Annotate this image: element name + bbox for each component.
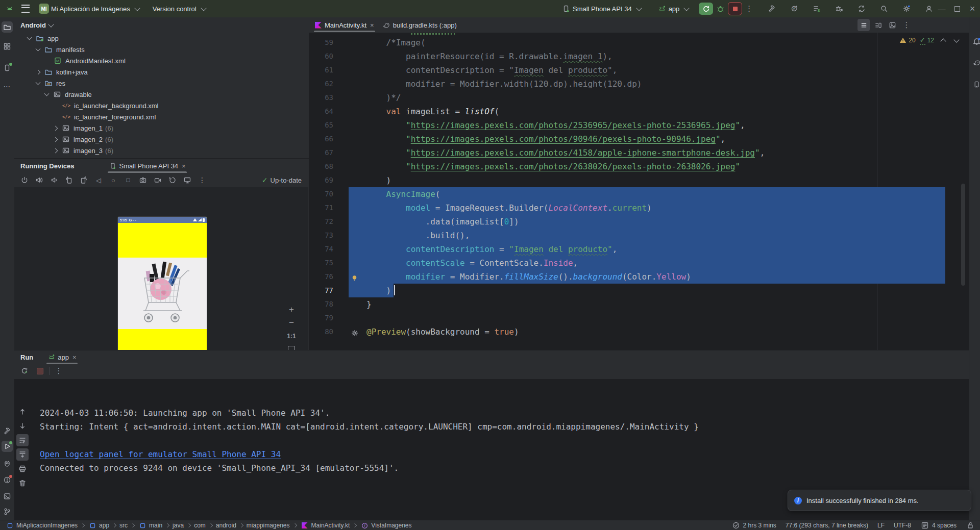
emulator-home-button[interactable]: ○ <box>107 174 119 186</box>
project-selector[interactable]: Mi Aplicación de Imágenes <box>51 5 130 13</box>
breadcrumb-MainActivity.kt[interactable]: MainActivity.kt <box>300 521 350 530</box>
chevron-down-icon[interactable] <box>27 35 32 40</box>
code-line-75[interactable]: 75 contentScale = ContentScale.Inside, <box>309 256 969 270</box>
emulator-overview-button[interactable]: □ <box>122 174 134 186</box>
chevron-right-icon[interactable] <box>53 125 58 131</box>
status-unlock[interactable] <box>966 521 975 530</box>
device-manager-button[interactable] <box>971 79 980 90</box>
run-tab-app[interactable]: app × <box>43 350 80 364</box>
tool-stripe-run-play-button[interactable] <box>2 441 13 452</box>
breadcrumb-main[interactable]: main <box>138 521 162 530</box>
breadcrumb-app[interactable]: app <box>88 521 109 530</box>
project-view-selector[interactable]: Android <box>14 17 309 33</box>
zoom-out-button[interactable]: − <box>289 319 294 326</box>
code-line-72[interactable]: 72 .data(imageList[0]) <box>309 215 969 229</box>
sync-a-button[interactable]: A <box>787 2 802 15</box>
run-config-selector[interactable]: app <box>669 5 680 13</box>
code-line-74[interactable]: 74 contentDescription = "Imagen del prod… <box>309 242 969 256</box>
code-line-78[interactable]: 78} <box>309 297 969 311</box>
code-line-76[interactable]: 76 modifier = Modifier.fillMaxSize().bac… <box>309 270 969 284</box>
code-line-68[interactable]: 68 "https://images.pexels.com/photos/263… <box>309 160 969 173</box>
emulator-power-button[interactable] <box>18 174 31 186</box>
close-icon[interactable]: × <box>182 162 186 170</box>
breadcrumb-android[interactable]: android <box>216 522 236 529</box>
status-2-hrs-3-mins[interactable]: 2 hrs 3 mins <box>731 521 776 530</box>
code-line-63[interactable]: 63 )*/ <box>309 91 969 105</box>
tool-stripe-build-hammer-button[interactable] <box>2 425 13 437</box>
breadcrumb-VistaImagenes[interactable]: fVistaImagenes <box>360 521 411 530</box>
services-list-button[interactable]: $ <box>809 2 824 15</box>
console-trash-button[interactable] <box>16 477 29 489</box>
zoom-in-button[interactable]: + <box>289 306 294 313</box>
code-line-67[interactable]: 67 "https://images.pexels.com/photos/415… <box>309 146 969 160</box>
tree-item-ic_launcher_foreground.xml[interactable]: </>ic_launcher_foreground.xml <box>14 111 309 122</box>
close-button[interactable]: × <box>965 0 980 17</box>
tool-stripe-problems-button[interactable] <box>2 474 13 486</box>
notification-toast[interactable]: i Install successfully finished in 284 m… <box>788 490 971 511</box>
rerun-app-button[interactable] <box>18 365 31 377</box>
profiler-button[interactable] <box>831 2 847 15</box>
code-line-71[interactable]: 71 model = ImageRequest.Builder(LocalCon… <box>309 201 969 215</box>
code-line-64[interactable]: 64 val imageList = listOf( <box>309 105 969 118</box>
code-line-77[interactable]: 77 ) <box>309 284 969 297</box>
breadcrumb-miappimagenes[interactable]: miappimagenes <box>247 522 290 529</box>
split-view-button[interactable] <box>872 19 884 31</box>
tool-stripe-git-branch-button[interactable] <box>2 506 13 517</box>
gradle-tool-button[interactable] <box>971 57 980 68</box>
console-arrow-down-button[interactable] <box>16 420 29 432</box>
tree-item-ic_launcher_background.xml[interactable]: </>ic_launcher_background.xml <box>14 100 309 111</box>
tool-stripe-resource-manager-button[interactable] <box>2 41 13 52</box>
status-77-6-293-chars-7-line-breaks-[interactable]: 77:6 (293 chars, 7 line breaks) <box>786 522 868 529</box>
breadcrumb-MiAplicacionImagenes[interactable]: MiAplicacionImagenes <box>5 521 78 530</box>
chevron-right-icon[interactable] <box>36 69 41 74</box>
sync-share-button[interactable] <box>854 2 869 15</box>
code-editor[interactable]: 20 ✓ 12 59 /*Image(60 painterResource(id… <box>309 33 969 350</box>
debug-button[interactable] <box>713 2 728 15</box>
rerun-button[interactable] <box>699 3 713 15</box>
search-button[interactable] <box>876 2 892 15</box>
console-link[interactable]: Open logcat panel for emulator Small Pho… <box>40 447 281 461</box>
breadcrumb-java[interactable]: java <box>173 522 184 529</box>
code-line-73[interactable]: 73 .build(), <box>309 229 969 242</box>
code-line-79[interactable]: 79 <box>309 311 969 325</box>
tab-mainactivity[interactable]: MainActivity.kt × <box>311 18 378 32</box>
gear-icon[interactable] <box>351 327 359 336</box>
status-lf[interactable]: LF <box>877 522 885 529</box>
tool-stripe-more-horizontal-button[interactable]: ⋯ <box>2 81 13 92</box>
code-line-80[interactable]: 80@Preview(showBackground = true) <box>309 325 969 339</box>
lightbulb-icon[interactable] <box>351 272 359 281</box>
emulator-rotate-right-button[interactable] <box>78 174 90 186</box>
code-line-69[interactable]: 69 ) <box>309 173 969 187</box>
emulator-rotate-left-button[interactable] <box>63 174 75 186</box>
chevron-down-icon[interactable] <box>44 91 50 96</box>
tool-stripe-terminal-button[interactable] <box>2 491 13 502</box>
emulator-volume-up-button[interactable] <box>33 174 45 186</box>
minimize-button[interactable]: — <box>934 0 949 17</box>
emulator-hardware-input-button[interactable] <box>181 174 193 186</box>
code-line-62[interactable]: 62 modifier = Modifier.width(120.dp).hei… <box>309 77 969 91</box>
emulator-back-button[interactable]: ◁ <box>92 174 105 186</box>
tree-item-imagen_1[interactable]: imagen_1(6) <box>14 122 309 134</box>
breadcrumb-com[interactable]: com <box>194 522 206 529</box>
settings-button[interactable] <box>899 2 914 15</box>
console-soft-wrap-button[interactable] <box>16 434 29 446</box>
main-menu-icon[interactable] <box>21 5 30 13</box>
tab-build-gradle[interactable]: build.gradle.kts (:app) <box>378 18 461 32</box>
code-line-60[interactable]: 60 painterResource(id = R.drawable.image… <box>309 49 969 63</box>
more-actions-button[interactable]: ⋮ <box>742 2 756 15</box>
editor-more-button[interactable]: ⋮ <box>900 19 913 31</box>
build-hammer-button[interactable] <box>764 2 779 15</box>
tree-item-drawable[interactable]: drawable <box>14 89 309 100</box>
chevron-down-icon[interactable] <box>36 46 41 52</box>
console-more-button[interactable]: ⋮ <box>53 365 65 377</box>
chevron-right-icon[interactable] <box>53 148 58 153</box>
code-line-59[interactable]: 59 /*Image( <box>309 36 969 49</box>
tree-item-res[interactable]: res <box>14 78 309 89</box>
device-selector[interactable]: Small Phone API 34 <box>573 5 632 13</box>
design-view-button[interactable] <box>886 19 898 31</box>
tree-item-kotlin+java[interactable]: kotlin+java <box>14 66 309 78</box>
tree-item-manifests[interactable]: manifests <box>14 44 309 55</box>
tree-item-app[interactable]: app <box>14 33 309 44</box>
code-line-70[interactable]: 70 AsyncImage( <box>309 187 969 201</box>
console-arrow-up-button[interactable] <box>16 406 29 418</box>
